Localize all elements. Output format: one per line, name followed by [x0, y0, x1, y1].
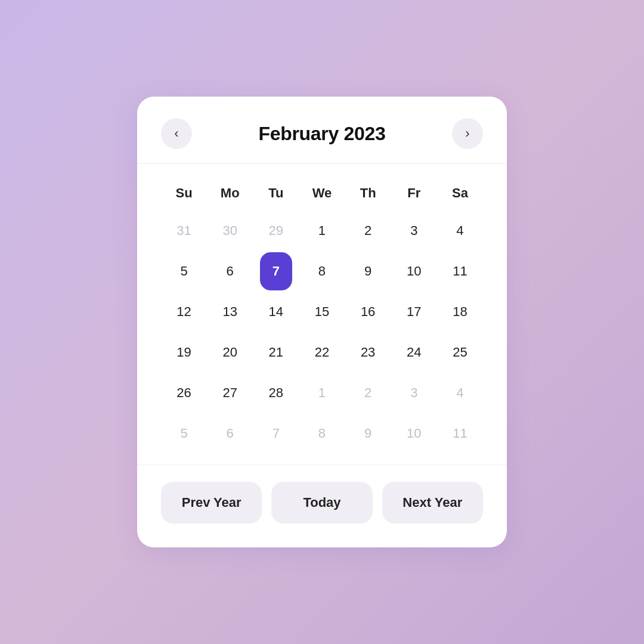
day-cell[interactable]: 27 — [214, 374, 246, 412]
day-cell[interactable]: 24 — [398, 333, 430, 371]
month-title: February 2023 — [258, 123, 385, 145]
day-cell[interactable]: 10 — [398, 414, 430, 453]
day-cell[interactable]: 3 — [398, 374, 430, 412]
day-header: Fr — [391, 181, 437, 206]
day-cell[interactable]: 5 — [168, 414, 200, 453]
day-cell[interactable]: 31 — [168, 212, 200, 250]
day-cell[interactable]: 6 — [214, 252, 246, 290]
day-cell[interactable]: 23 — [352, 333, 384, 371]
day-cell[interactable]: 4 — [444, 212, 476, 250]
next-month-button[interactable]: › — [452, 118, 483, 149]
calendar-card: ‹ February 2023 › SuMoTuWeThFrSa 3130291… — [137, 97, 507, 547]
day-headers: SuMoTuWeThFrSa — [161, 181, 483, 206]
calendar-grid: SuMoTuWeThFrSa 3130291234567891011121314… — [161, 181, 483, 453]
day-cell[interactable]: 14 — [260, 293, 292, 331]
day-cell[interactable]: 6 — [214, 414, 246, 453]
day-header: Tu — [253, 181, 299, 206]
day-header: Sa — [437, 181, 483, 206]
day-cell[interactable]: 21 — [260, 333, 292, 371]
today-button[interactable]: Today — [271, 482, 372, 524]
day-cell[interactable]: 15 — [306, 293, 338, 331]
day-header: We — [299, 181, 345, 206]
day-cell[interactable]: 1 — [306, 374, 338, 412]
day-cell[interactable]: 25 — [444, 333, 476, 371]
day-cell[interactable]: 7 — [260, 252, 292, 290]
day-cell[interactable]: 22 — [306, 333, 338, 371]
next-year-button[interactable]: Next Year — [382, 482, 483, 524]
day-header: Su — [161, 181, 207, 206]
day-cell[interactable]: 11 — [444, 414, 476, 453]
day-header: Mo — [207, 181, 253, 206]
day-cell[interactable]: 17 — [398, 293, 430, 331]
prev-year-button[interactable]: Prev Year — [161, 482, 262, 524]
day-cell[interactable]: 2 — [352, 374, 384, 412]
day-cell[interactable]: 10 — [398, 252, 430, 290]
day-cell[interactable]: 12 — [168, 293, 200, 331]
header-divider — [137, 163, 507, 164]
day-cell[interactable]: 28 — [260, 374, 292, 412]
day-cell[interactable]: 11 — [444, 252, 476, 290]
day-cell[interactable]: 29 — [260, 212, 292, 250]
day-cell[interactable]: 20 — [214, 333, 246, 371]
day-cell[interactable]: 7 — [260, 414, 292, 453]
day-cell[interactable]: 3 — [398, 212, 430, 250]
day-cell[interactable]: 4 — [444, 374, 476, 412]
day-cell[interactable]: 18 — [444, 293, 476, 331]
day-header: Th — [345, 181, 391, 206]
day-cell[interactable]: 26 — [168, 374, 200, 412]
day-cell[interactable]: 30 — [214, 212, 246, 250]
footer-buttons: Prev Year Today Next Year — [161, 482, 483, 524]
days-grid: 3130291234567891011121314151617181920212… — [161, 212, 483, 453]
day-cell[interactable]: 9 — [352, 414, 384, 453]
day-cell[interactable]: 13 — [214, 293, 246, 331]
day-cell[interactable]: 1 — [306, 212, 338, 250]
footer-divider — [137, 465, 507, 465]
day-cell[interactable]: 5 — [168, 252, 200, 290]
calendar-header: ‹ February 2023 › — [161, 118, 483, 149]
prev-month-button[interactable]: ‹ — [161, 118, 192, 149]
day-cell[interactable]: 9 — [352, 252, 384, 290]
day-cell[interactable]: 19 — [168, 333, 200, 371]
day-cell[interactable]: 8 — [306, 252, 338, 290]
day-cell[interactable]: 16 — [352, 293, 384, 331]
day-cell[interactable]: 2 — [352, 212, 384, 250]
day-cell[interactable]: 8 — [306, 414, 338, 453]
